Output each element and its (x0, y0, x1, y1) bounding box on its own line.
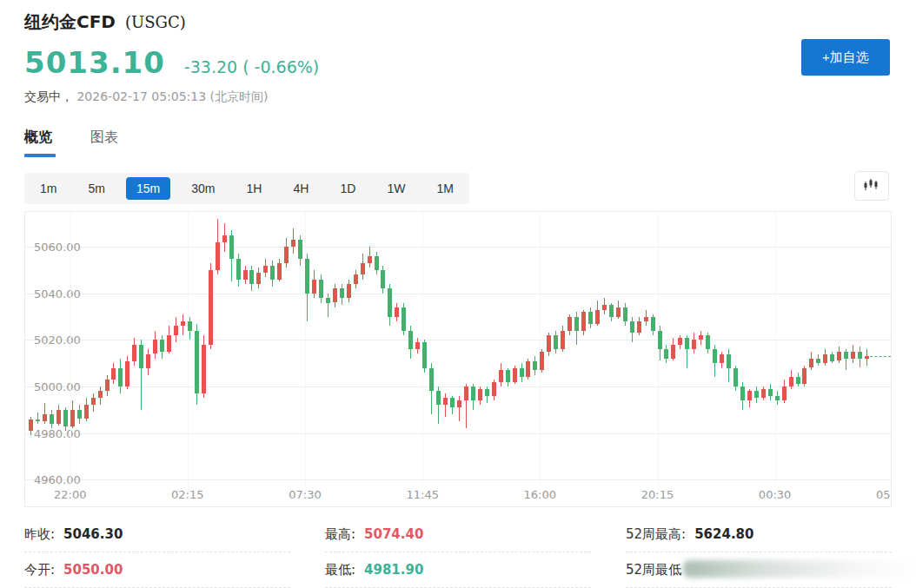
candle-body (312, 280, 316, 294)
candle-body (865, 356, 869, 359)
candle-body (167, 335, 171, 352)
candle-body (319, 280, 323, 298)
candle-body (298, 240, 302, 258)
candle-body (754, 391, 759, 398)
stat-open-label: 今开: (24, 562, 55, 578)
candle-body (506, 370, 510, 381)
candle-body (118, 368, 123, 386)
candle-body (706, 335, 710, 349)
instrument-header: 纽约金CFD (USGC) (24, 10, 186, 34)
candle-body (305, 259, 309, 294)
tab-chart[interactable]: 图表 (90, 129, 118, 157)
candle-body (388, 288, 392, 316)
candle-body (77, 410, 82, 420)
candle-body (540, 352, 544, 370)
candle-body (602, 305, 607, 309)
stat-52w-high-value: 5624.80 (694, 526, 753, 542)
instrument-symbol: (USGC) (125, 13, 186, 31)
stat-open-value: 5050.00 (63, 562, 123, 578)
period-1h[interactable]: 1H (236, 177, 273, 200)
candle-body (381, 270, 385, 288)
active-tab-underline (24, 154, 56, 157)
stat-52w-high: 52周最高: 5624.80 (626, 517, 892, 552)
candle-body (443, 398, 448, 405)
h-gridline (25, 479, 891, 480)
v-gridline (305, 212, 306, 486)
period-selector: 1m 5m 15m 30m 1H 4H 1D 1W 1M (24, 173, 469, 204)
x-axis-label: 07:30 (289, 488, 321, 501)
x-axis-label: 00:30 (759, 488, 791, 501)
chart-type-button[interactable] (854, 171, 889, 201)
candle-body (492, 382, 496, 396)
candle-body (713, 349, 717, 363)
candle-body (478, 389, 482, 400)
period-30m[interactable]: 30m (181, 177, 225, 200)
period-15m[interactable]: 15m (126, 177, 170, 200)
tab-overview-label: 概览 (24, 129, 52, 145)
period-4h[interactable]: 4H (283, 177, 320, 200)
stat-prev-close-label: 昨收: (24, 526, 55, 543)
candle-body (249, 270, 254, 284)
candle-body (375, 256, 379, 270)
candlestick-icon (863, 178, 880, 195)
candle-body (733, 368, 738, 386)
period-1m[interactable]: 1m (30, 177, 67, 200)
candle-body (630, 321, 634, 333)
candle-body (457, 400, 461, 407)
candle-body (547, 335, 551, 352)
candle-body (209, 270, 213, 345)
candle-body (651, 317, 655, 331)
candle-wick (328, 294, 329, 317)
y-axis-label: 5020.00 (34, 334, 81, 347)
candle-body (333, 288, 337, 302)
candle-body (740, 386, 745, 400)
candle-body (340, 288, 344, 298)
candle-body (685, 338, 689, 349)
candle-body (851, 352, 855, 359)
candle-body (775, 396, 780, 400)
candle-body (574, 317, 579, 331)
h-gridline (25, 386, 891, 387)
candle-body (837, 352, 841, 361)
redacted-value-smudge (683, 560, 916, 578)
v-gridline (188, 212, 189, 486)
stat-52w-high-label: 52周最高: (626, 526, 686, 543)
period-1d[interactable]: 1D (329, 177, 366, 200)
candle-body (188, 321, 192, 331)
candle-body (270, 266, 275, 280)
x-axis: 22:0002:1507:3011:4516:0020:1500:3005:00 (25, 486, 891, 506)
status-row: 交易中， 2026-02-17 05:05:13 (北京时间) (24, 89, 269, 105)
price-row: 5013.10 -33.20 ( -0.66%) (24, 45, 319, 80)
candle-body (181, 321, 185, 326)
candle-body (216, 242, 220, 270)
instrument-name: 纽约金CFD (24, 10, 116, 34)
candle-body (195, 331, 199, 393)
stats-col-3: 52周最高: 5624.80 52周最低 (626, 517, 892, 588)
candle-body (720, 354, 724, 364)
period-5m[interactable]: 5m (78, 177, 116, 200)
candle-body (747, 391, 752, 400)
candle-body (139, 345, 143, 368)
add-watchlist-button[interactable]: +加自选 (801, 39, 890, 76)
candlestick-plot[interactable]: 5060.005040.005020.005000.004980.004960.… (25, 212, 891, 486)
current-price-line (870, 356, 891, 357)
candle-body (581, 312, 586, 330)
candle-body (609, 305, 614, 316)
tab-overview[interactable]: 概览 (24, 129, 52, 157)
candle-body (284, 247, 289, 263)
period-1w[interactable]: 1W (376, 177, 415, 200)
candle-body (471, 386, 475, 400)
v-gridline (775, 212, 776, 486)
candle-body (816, 359, 820, 363)
y-axis-label: 5000.00 (34, 380, 81, 393)
candle-body (526, 361, 530, 378)
stat-52w-low-label: 52周最低 (626, 562, 681, 578)
candle-body (291, 240, 295, 247)
candle-body (664, 349, 668, 359)
candle-body (802, 368, 806, 385)
candle-body (256, 273, 261, 284)
candle-body (789, 377, 793, 386)
view-tabs: 概览 图表 (24, 129, 156, 157)
candle-body (658, 331, 662, 349)
period-1m-month[interactable]: 1M (426, 177, 463, 200)
